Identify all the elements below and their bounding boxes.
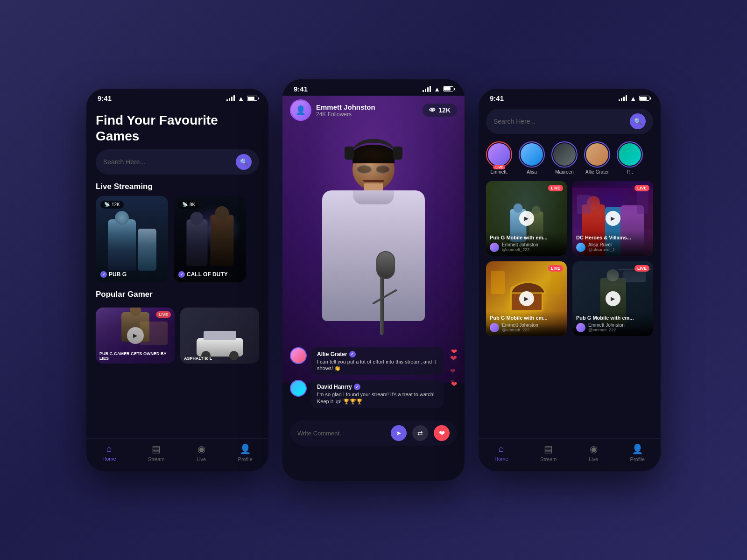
game-card-title-1: Pub G Mobile with em...: [490, 235, 563, 240]
status-time-2: 9:41: [294, 85, 308, 93]
bar-icon: [425, 89, 426, 92]
pillar-2: [550, 268, 562, 294]
gamer-card-asphalt[interactable]: ASPHALT 9: L: [180, 308, 259, 364]
search-bar-3[interactable]: Search Here... 🔍: [486, 109, 653, 134]
play-btn-2[interactable]: ▶: [606, 211, 620, 226]
search-button-3[interactable]: 🔍: [630, 113, 646, 129]
streamer-followers: 24K Followers: [316, 111, 375, 118]
stream-background: [282, 96, 465, 383]
play-btn-3[interactable]: ▶: [519, 291, 534, 306]
bar-icon: [229, 98, 230, 101]
comment-heart-1[interactable]: ❤: [451, 347, 457, 356]
game-card-4[interactable]: LIVE ▶ Pub G Mobile with em... Emmett Jo…: [572, 261, 653, 336]
streamer-name-3: Emmett Johnston: [502, 322, 538, 328]
gamer-card-title-1: PUB G GAMER GETS OWNED BY LIES: [99, 351, 175, 361]
comment-1: Allie Grater ✓ I can tell you put a lot …: [290, 347, 457, 376]
nav-stream-1[interactable]: ▤ Stream: [148, 443, 164, 462]
story-name-2: Alisa: [527, 169, 537, 175]
live-badge-g2: LIVE: [634, 185, 649, 191]
bottom-nav-1: ⌂ Home ▤ Stream ◉ Live 👤 Profile: [86, 438, 268, 471]
nav-home-1[interactable]: ⌂ Home: [102, 443, 116, 462]
story-avatar-1: [488, 143, 510, 166]
mic-head: [376, 251, 395, 279]
search-bar[interactable]: Search Here... 🔍: [96, 149, 259, 175]
signal-bars-1: [226, 95, 235, 101]
share-button[interactable]: ⇄: [412, 425, 428, 441]
glass-r: [376, 165, 391, 174]
search-button[interactable]: 🔍: [236, 154, 252, 170]
h1: [514, 203, 523, 213]
nav-live-1[interactable]: ◉ Live: [197, 443, 206, 462]
comment-heart-2[interactable]: ❤: [451, 380, 457, 389]
card-overlay-2: [174, 196, 246, 282]
game-card-streamer-1: Emmett Johnston @emmett_222: [490, 242, 563, 252]
comment-input-area[interactable]: Write Comment.. ➤ ⇄ ❤: [290, 420, 457, 446]
game-card-2[interactable]: LIVE ▶ DC Heroes & Villains... Alisa Rov…: [572, 181, 653, 256]
streamer-name-2: Alisa Rovel: [588, 242, 615, 247]
streamer-figure: [308, 139, 439, 340]
game-card-streamer-3: Emmett Johnston @emmett_222: [490, 322, 563, 332]
streamer-handle-1: @emmett_222: [502, 247, 538, 252]
status-bar-2: 9:41 ▲: [282, 79, 465, 96]
streamer-handle-2: @alisarovel_1: [588, 247, 615, 252]
comment-bubble-1: Allie Grater ✓ I can tell you put a lot …: [311, 347, 444, 376]
game-card-3[interactable]: LIVE ▶ Pub G Mobile with em... Emmett Jo…: [486, 261, 567, 336]
nav-stream-3[interactable]: ▤ Stream: [540, 443, 557, 462]
story-maureen[interactable]: Maureen: [551, 141, 578, 175]
story-allie[interactable]: Allie Grater: [584, 141, 610, 175]
nav-live-label-3: Live: [589, 456, 598, 462]
gamer-card-pubg[interactable]: LIVE ▶ PUB G GAMER GETS OWNED BY LIES: [96, 308, 175, 364]
popular-gamer-cards: LIVE ▶ PUB G GAMER GETS OWNED BY LIES: [86, 308, 268, 364]
hoodie-body: [322, 190, 425, 321]
nav-live-3[interactable]: ◉ Live: [589, 443, 598, 462]
story-emmett[interactable]: LIVE Emmett.: [486, 141, 512, 175]
play-btn-4[interactable]: ▶: [606, 291, 620, 306]
game-card-1[interactable]: LIVE ▶ Pub G Mobile with em... Emmett Jo…: [486, 181, 567, 256]
comment-name-2: David Hanrry ✓: [317, 384, 438, 390]
live-icon-3: ◉: [590, 443, 598, 455]
stories-row: LIVE Emmett. Alisa Maureen: [479, 141, 661, 181]
comment-avatar-1: [290, 347, 307, 364]
live-badge-story: LIVE: [493, 165, 505, 169]
nav-home-label-3: Home: [494, 456, 508, 462]
home-icon: ⌂: [106, 443, 112, 454]
bar-icon: [621, 98, 622, 101]
nav-home-3[interactable]: ⌂ Home: [494, 443, 508, 462]
bar-icon: [423, 90, 424, 92]
comment-text-1: I can tell you put a lot of effort into …: [317, 358, 438, 372]
story-more[interactable]: P...: [617, 141, 643, 175]
viewer-count: 12K: [438, 106, 451, 114]
comment-bubble-2: David Hanrry ✓ I'm so glad I found your …: [311, 380, 444, 408]
streamer-name: Emmett Johnston: [316, 103, 375, 111]
phones-container: 9:41 ▲ Find Your Favourite Games Search: [86, 79, 661, 481]
viewer-badge-pubg: 📡 12K: [100, 201, 124, 209]
wifi-icon-3: ▲: [630, 95, 636, 102]
game-card-title-2: DC Heroes & Villains...: [576, 235, 649, 240]
story-name-1: Emmett.: [490, 169, 507, 175]
status-icons-3: ▲: [619, 95, 649, 102]
search-placeholder-3: Search Here...: [493, 118, 536, 125]
live-card-pubg[interactable]: 📡 12K ✓ PUB G: [96, 196, 168, 282]
smile: [363, 180, 384, 182]
live-icon: ◉: [197, 443, 205, 455]
comment-text-2: I'm so glad I found your stream! It's a …: [317, 391, 438, 405]
streamer-avatar: 👤: [290, 99, 311, 121]
send-button[interactable]: ➤: [391, 425, 407, 441]
game-card-streamer-2: Alisa Rovel @alisarovel_1: [576, 242, 649, 252]
heart-button[interactable]: ❤: [434, 425, 450, 441]
play-btn-1[interactable]: ▶: [519, 211, 534, 226]
live-card-cod[interactable]: 📡 8K ✓ CALL OF DUTY: [174, 196, 246, 282]
story-alisa[interactable]: Alisa: [519, 141, 545, 175]
streamer-mini-avatar-4: [576, 323, 585, 332]
verified-badge-1: ✓: [349, 351, 356, 357]
nav-profile-1[interactable]: 👤 Profile: [238, 443, 253, 462]
phone-home: 9:41 ▲ Find Your Favourite Games Search: [86, 89, 268, 471]
story-avatar-3: [553, 143, 576, 166]
phone-1-body: Find Your Favourite Games Search Here...…: [86, 105, 268, 469]
h2: [532, 206, 540, 214]
car-roof: [204, 331, 236, 340]
streamer-handle-4: @emmett_222: [588, 328, 625, 332]
eye-icon: 👁: [429, 106, 436, 114]
status-time-1: 9:41: [98, 94, 112, 102]
nav-profile-3[interactable]: 👤 Profile: [630, 443, 645, 462]
